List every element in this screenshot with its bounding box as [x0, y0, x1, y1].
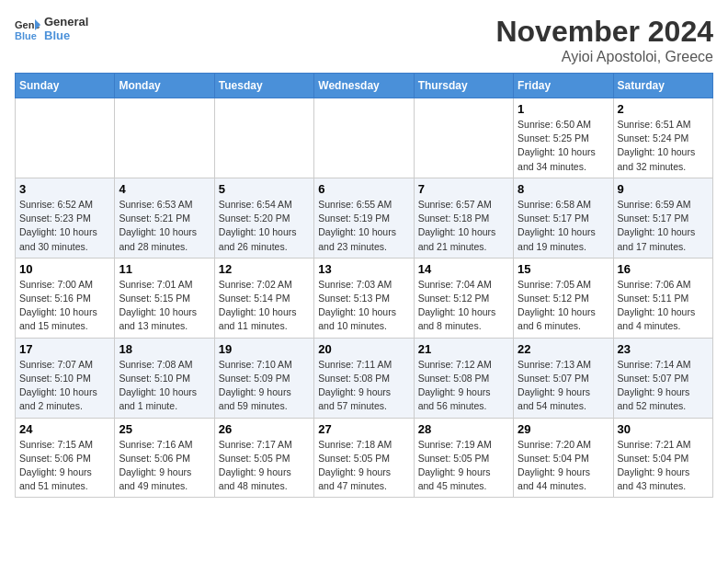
calendar-cell: 19Sunrise: 7:10 AM Sunset: 5:09 PM Dayli…	[214, 338, 313, 418]
day-info: Sunrise: 7:19 AM Sunset: 5:05 PM Dayligh…	[418, 438, 509, 494]
calendar-cell: 7Sunrise: 6:57 AM Sunset: 5:18 PM Daylig…	[414, 178, 513, 258]
calendar-cell: 24Sunrise: 7:15 AM Sunset: 5:06 PM Dayli…	[16, 418, 115, 498]
logo-line1: General	[44, 15, 88, 29]
calendar-cell	[314, 98, 414, 178]
day-info: Sunrise: 7:08 AM Sunset: 5:10 PM Dayligh…	[119, 358, 210, 414]
day-info: Sunrise: 7:18 AM Sunset: 5:05 PM Dayligh…	[318, 438, 409, 494]
day-number: 11	[119, 262, 210, 276]
calendar-cell: 28Sunrise: 7:19 AM Sunset: 5:05 PM Dayli…	[414, 418, 513, 498]
day-number: 23	[618, 342, 709, 356]
calendar-cell: 20Sunrise: 7:11 AM Sunset: 5:08 PM Dayli…	[314, 338, 414, 418]
day-info: Sunrise: 7:17 AM Sunset: 5:05 PM Dayligh…	[219, 438, 310, 494]
day-number: 4	[119, 182, 210, 196]
calendar-cell: 16Sunrise: 7:06 AM Sunset: 5:11 PM Dayli…	[613, 258, 712, 338]
calendar-cell: 22Sunrise: 7:13 AM Sunset: 5:07 PM Dayli…	[514, 338, 613, 418]
day-info: Sunrise: 7:11 AM Sunset: 5:08 PM Dayligh…	[318, 358, 409, 414]
day-number: 1	[518, 102, 609, 116]
page-header: General Blue General Blue November 2024 …	[15, 15, 713, 65]
day-info: Sunrise: 6:59 AM Sunset: 5:17 PM Dayligh…	[618, 198, 709, 254]
day-number: 5	[219, 182, 310, 196]
calendar-week-5: 24Sunrise: 7:15 AM Sunset: 5:06 PM Dayli…	[16, 418, 713, 498]
day-info: Sunrise: 6:58 AM Sunset: 5:17 PM Dayligh…	[518, 198, 609, 254]
calendar-week-4: 17Sunrise: 7:07 AM Sunset: 5:10 PM Dayli…	[16, 338, 713, 418]
logo-icon: General Blue	[15, 16, 40, 41]
day-number: 19	[219, 342, 310, 356]
day-info: Sunrise: 6:54 AM Sunset: 5:20 PM Dayligh…	[219, 198, 310, 254]
day-number: 25	[119, 422, 210, 436]
calendar-cell: 21Sunrise: 7:12 AM Sunset: 5:08 PM Dayli…	[414, 338, 513, 418]
day-number: 14	[418, 262, 509, 276]
day-number: 29	[518, 422, 609, 436]
calendar-cell: 15Sunrise: 7:05 AM Sunset: 5:12 PM Dayli…	[514, 258, 613, 338]
calendar-cell: 12Sunrise: 7:02 AM Sunset: 5:14 PM Dayli…	[214, 258, 313, 338]
title-block: November 2024 Ayioi Apostoloi, Greece	[495, 15, 713, 65]
weekday-header-sunday: Sunday	[16, 74, 115, 98]
day-number: 26	[219, 422, 310, 436]
day-number: 24	[19, 422, 110, 436]
calendar-cell: 4Sunrise: 6:53 AM Sunset: 5:21 PM Daylig…	[115, 178, 214, 258]
day-info: Sunrise: 7:10 AM Sunset: 5:09 PM Dayligh…	[219, 358, 310, 414]
day-info: Sunrise: 7:07 AM Sunset: 5:10 PM Dayligh…	[19, 358, 110, 414]
weekday-header-saturday: Saturday	[613, 74, 712, 98]
day-info: Sunrise: 7:05 AM Sunset: 5:12 PM Dayligh…	[518, 278, 609, 334]
day-number: 8	[518, 182, 609, 196]
day-number: 16	[618, 262, 709, 276]
day-info: Sunrise: 7:00 AM Sunset: 5:16 PM Dayligh…	[19, 278, 110, 334]
day-number: 28	[418, 422, 509, 436]
calendar-cell	[214, 98, 313, 178]
weekday-header-tuesday: Tuesday	[214, 74, 313, 98]
calendar-cell: 9Sunrise: 6:59 AM Sunset: 5:17 PM Daylig…	[613, 178, 712, 258]
calendar-cell	[115, 98, 214, 178]
calendar-cell: 11Sunrise: 7:01 AM Sunset: 5:15 PM Dayli…	[115, 258, 214, 338]
day-number: 20	[318, 342, 409, 356]
calendar-cell: 30Sunrise: 7:21 AM Sunset: 5:04 PM Dayli…	[613, 418, 712, 498]
day-info: Sunrise: 6:55 AM Sunset: 5:19 PM Dayligh…	[318, 198, 409, 254]
main-title: November 2024	[495, 15, 713, 49]
calendar-cell: 10Sunrise: 7:00 AM Sunset: 5:16 PM Dayli…	[16, 258, 115, 338]
day-number: 21	[418, 342, 509, 356]
svg-text:Blue: Blue	[15, 30, 37, 41]
day-info: Sunrise: 7:12 AM Sunset: 5:08 PM Dayligh…	[418, 358, 509, 414]
calendar-week-1: 1Sunrise: 6:50 AM Sunset: 5:25 PM Daylig…	[16, 98, 713, 178]
calendar-cell: 8Sunrise: 6:58 AM Sunset: 5:17 PM Daylig…	[514, 178, 613, 258]
day-info: Sunrise: 7:16 AM Sunset: 5:06 PM Dayligh…	[119, 438, 210, 494]
calendar-cell: 3Sunrise: 6:52 AM Sunset: 5:23 PM Daylig…	[16, 178, 115, 258]
calendar-week-3: 10Sunrise: 7:00 AM Sunset: 5:16 PM Dayli…	[16, 258, 713, 338]
day-info: Sunrise: 7:04 AM Sunset: 5:12 PM Dayligh…	[418, 278, 509, 334]
day-number: 22	[518, 342, 609, 356]
day-info: Sunrise: 7:21 AM Sunset: 5:04 PM Dayligh…	[618, 438, 709, 494]
day-info: Sunrise: 7:01 AM Sunset: 5:15 PM Dayligh…	[119, 278, 210, 334]
weekday-header-monday: Monday	[115, 74, 214, 98]
calendar-cell: 1Sunrise: 6:50 AM Sunset: 5:25 PM Daylig…	[514, 98, 613, 178]
day-info: Sunrise: 6:51 AM Sunset: 5:24 PM Dayligh…	[618, 118, 709, 174]
day-number: 3	[19, 182, 110, 196]
day-info: Sunrise: 7:20 AM Sunset: 5:04 PM Dayligh…	[518, 438, 609, 494]
day-info: Sunrise: 6:50 AM Sunset: 5:25 PM Dayligh…	[518, 118, 609, 174]
day-number: 30	[618, 422, 709, 436]
day-number: 6	[318, 182, 409, 196]
day-info: Sunrise: 7:13 AM Sunset: 5:07 PM Dayligh…	[518, 358, 609, 414]
day-number: 15	[518, 262, 609, 276]
calendar-cell	[16, 98, 115, 178]
logo-line2: Blue	[44, 29, 88, 42]
day-number: 10	[19, 262, 110, 276]
day-info: Sunrise: 7:15 AM Sunset: 5:06 PM Dayligh…	[19, 438, 110, 494]
day-info: Sunrise: 7:06 AM Sunset: 5:11 PM Dayligh…	[618, 278, 709, 334]
weekday-header-friday: Friday	[514, 74, 613, 98]
day-number: 12	[219, 262, 310, 276]
day-info: Sunrise: 7:02 AM Sunset: 5:14 PM Dayligh…	[219, 278, 310, 334]
day-info: Sunrise: 6:57 AM Sunset: 5:18 PM Dayligh…	[418, 198, 509, 254]
day-number: 7	[418, 182, 509, 196]
calendar-cell: 14Sunrise: 7:04 AM Sunset: 5:12 PM Dayli…	[414, 258, 513, 338]
day-number: 27	[318, 422, 409, 436]
calendar-cell: 5Sunrise: 6:54 AM Sunset: 5:20 PM Daylig…	[214, 178, 313, 258]
day-number: 2	[618, 102, 709, 116]
calendar-cell: 13Sunrise: 7:03 AM Sunset: 5:13 PM Dayli…	[314, 258, 414, 338]
day-number: 17	[19, 342, 110, 356]
weekday-header-thursday: Thursday	[414, 74, 513, 98]
day-number: 18	[119, 342, 210, 356]
calendar-cell: 2Sunrise: 6:51 AM Sunset: 5:24 PM Daylig…	[613, 98, 712, 178]
subtitle: Ayioi Apostoloi, Greece	[495, 49, 713, 65]
day-info: Sunrise: 6:52 AM Sunset: 5:23 PM Dayligh…	[19, 198, 110, 254]
calendar-cell: 23Sunrise: 7:14 AM Sunset: 5:07 PM Dayli…	[613, 338, 712, 418]
